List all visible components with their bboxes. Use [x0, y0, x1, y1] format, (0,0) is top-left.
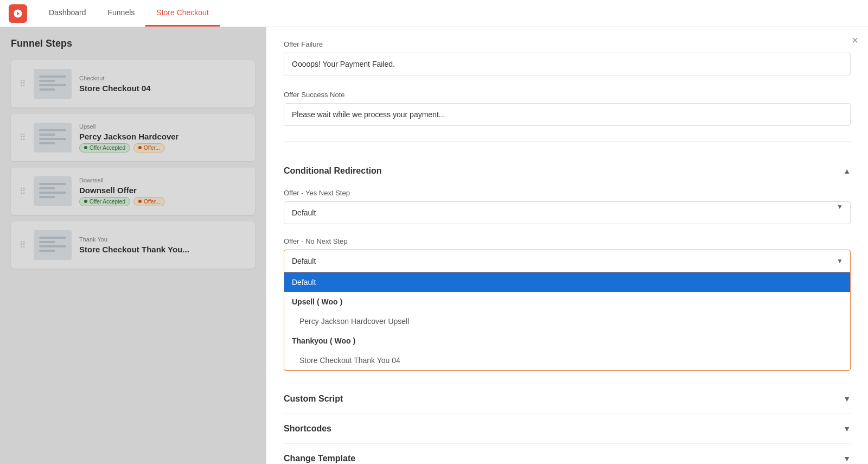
step-type-downsell: Downsell	[79, 177, 246, 183]
panel-close-button[interactable]: ×	[852, 35, 858, 46]
nav-dashboard[interactable]: Dashboard	[38, 0, 97, 27]
conditional-redirection-title: Conditional Redirection	[284, 166, 381, 176]
conditional-redirection-header: Conditional Redirection ▲	[284, 166, 851, 176]
dropdown-item-percy[interactable]: Percy Jackson Hardcover Upsell	[284, 312, 850, 331]
yes-next-step-select[interactable]: Default	[284, 201, 851, 224]
badge-offer-upsell: Offer...	[133, 143, 165, 152]
badge-offer-accepted-upsell: Offer Accepted	[79, 143, 130, 152]
dropdown-item-store-checkout-thankyou[interactable]: Store Checkout Thank You 04	[284, 351, 850, 370]
nav-items: Dashboard Funnels Store Checkout	[38, 0, 220, 27]
step-thumb-thankyou	[34, 230, 72, 260]
logo	[9, 4, 27, 23]
offer-failure-section: Offer Failure	[284, 40, 851, 75]
step-name-thankyou: Store Checkout Thank You...	[79, 245, 246, 254]
step-info-upsell: Upsell Percy Jackson Hardcover Offer Acc…	[79, 123, 246, 152]
nav-store-checkout[interactable]: Store Checkout	[145, 0, 220, 27]
drag-handle-downsell[interactable]: ⠿	[20, 186, 26, 196]
step-badges-downsell: Offer Accepted Offer...	[79, 197, 246, 206]
badge-offer-accepted-downsell: Offer Accepted	[79, 197, 130, 206]
dropdown-item-thankyou-header[interactable]: Thankyou ( Woo )	[284, 331, 850, 351]
custom-script-title: Custom Script	[284, 394, 343, 404]
no-next-step-wrapper: Offer - No Next Step Default ▼ Default U…	[284, 237, 851, 371]
step-info-thankyou: Thank You Store Checkout Thank You...	[79, 236, 246, 254]
offer-success-note-label: Offer Success Note	[284, 91, 851, 99]
offer-success-note-section: Offer Success Note	[284, 91, 851, 126]
chevron-down-change-template: ▼	[843, 454, 851, 463]
shortcodes-header[interactable]: Shortcodes ▼	[284, 414, 851, 443]
step-info-downsell: Downsell Downsell Offer Offer Accepted O…	[79, 177, 246, 206]
yes-next-step-wrapper: Offer - Yes Next Step Default ▼	[284, 189, 851, 224]
conditional-redirection-section: Conditional Redirection ▲ Offer - Yes Ne…	[284, 155, 851, 371]
funnel-step-checkout[interactable]: ⠿ Checkout Store Checkout 04	[11, 60, 255, 107]
step-info-checkout: Checkout Store Checkout 04	[79, 75, 246, 93]
sidebar-title: Funnel Steps	[11, 38, 255, 49]
step-type-checkout: Checkout	[79, 75, 246, 81]
badge-dot	[138, 146, 142, 149]
main-container: Funnel Steps ⠿ Checkout Store Checkout 0…	[0, 27, 868, 464]
step-thumb-downsell	[34, 176, 72, 206]
step-name-downsell: Downsell Offer	[79, 186, 246, 195]
section-divider	[284, 141, 851, 142]
change-template-title: Change Template	[284, 454, 355, 463]
no-next-step-select[interactable]: Default	[284, 250, 851, 272]
chevron-up-icon: ▲	[843, 167, 851, 175]
step-thumb-checkout	[34, 69, 72, 99]
yes-next-step-label: Offer - Yes Next Step	[284, 189, 851, 197]
step-badges-upsell: Offer Accepted Offer...	[79, 143, 246, 152]
step-name-checkout: Store Checkout 04	[79, 84, 246, 93]
drag-handle-checkout[interactable]: ⠿	[20, 79, 26, 89]
shortcodes-title: Shortcodes	[284, 424, 331, 434]
step-type-thankyou: Thank You	[79, 236, 246, 243]
offer-failure-input[interactable]	[284, 53, 851, 75]
step-type-upsell: Upsell	[79, 123, 246, 130]
funnel-step-upsell[interactable]: ⠿ Upsell Percy Jackson Hardcover Offer A…	[11, 114, 255, 161]
dropdown-item-upsell-header[interactable]: Upsell ( Woo )	[284, 292, 850, 312]
drag-handle-thankyou[interactable]: ⠿	[20, 240, 26, 250]
no-next-step-dropdown: Default Upsell ( Woo ) Percy Jackson Har…	[284, 272, 851, 371]
badge-dot	[84, 146, 87, 149]
offer-failure-label: Offer Failure	[284, 40, 851, 48]
step-thumb-upsell	[34, 123, 72, 152]
custom-script-header[interactable]: Custom Script ▼	[284, 384, 851, 414]
badge-dot	[84, 200, 87, 203]
right-panel: × Offer Failure Offer Success Note Condi…	[266, 27, 868, 464]
change-template-header[interactable]: Change Template ▼	[284, 443, 851, 464]
logo-icon	[13, 9, 23, 18]
funnel-step-downsell[interactable]: ⠿ Downsell Downsell Offer Offer Accepted	[11, 168, 255, 215]
dropdown-item-default[interactable]: Default	[284, 272, 850, 292]
nav-funnels[interactable]: Funnels	[97, 0, 146, 27]
chevron-down-custom-script: ▼	[843, 395, 851, 403]
step-name-upsell: Percy Jackson Hardcover	[79, 132, 246, 141]
top-nav: Dashboard Funnels Store Checkout	[0, 0, 868, 27]
funnel-step-thankyou[interactable]: ⠿ Thank You Store Checkout Thank You...	[11, 221, 255, 269]
badge-offer-downsell: Offer...	[133, 197, 165, 206]
chevron-down-shortcodes: ▼	[843, 424, 851, 433]
no-next-step-label: Offer - No Next Step	[284, 237, 851, 245]
drag-handle-upsell[interactable]: ⠿	[20, 132, 26, 143]
offer-success-note-input[interactable]	[284, 103, 851, 126]
badge-dot	[138, 200, 142, 203]
sidebar: Funnel Steps ⠿ Checkout Store Checkout 0…	[0, 27, 266, 464]
